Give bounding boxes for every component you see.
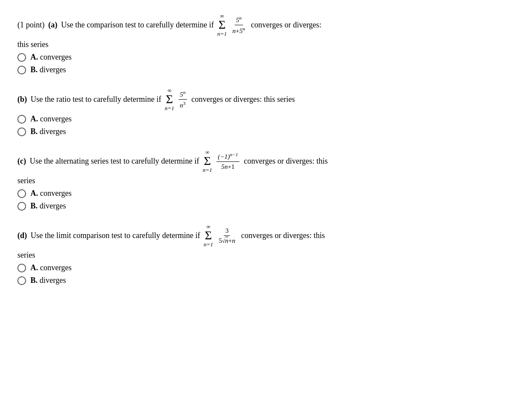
part-b-label: (b) <box>17 92 27 106</box>
part-d-fraction: 3 5√n+n <box>217 227 236 245</box>
part-d-radio-b[interactable] <box>17 276 26 285</box>
part-b-suffix: converges or diverges: this series <box>190 92 295 106</box>
part-a-label-b: B. diverges <box>30 65 66 74</box>
part-d-option-b[interactable]: B. diverges <box>17 276 515 285</box>
part-c-radio-b[interactable] <box>17 202 26 211</box>
part-d-radio-a[interactable] <box>17 264 26 272</box>
part-d-question: (d) Use the limit comparison test to car… <box>17 224 515 247</box>
part-b-option-a[interactable]: A. converges <box>17 114 515 124</box>
part-b-radio-a[interactable] <box>17 115 26 124</box>
part-a-desc: Use the comparison test to carefully det… <box>59 18 214 32</box>
part-b-option-b[interactable]: B. diverges <box>17 127 515 136</box>
part-c-question: (c) Use the alternating series test to c… <box>17 149 515 173</box>
part-c-desc: Use the alternating series test to caref… <box>28 154 199 168</box>
part-b-fraction: 5n n3 <box>179 90 187 109</box>
part-a-prefix: (1 point) <box>17 18 45 32</box>
part-a-label: (a) <box>47 18 58 32</box>
part-b-label-b: B. diverges <box>30 127 66 136</box>
part-d-option-a[interactable]: A. converges <box>17 263 515 272</box>
part-a-suffix: converges or diverges: <box>249 18 322 32</box>
part-a-fraction: 5n n+5n <box>231 15 246 35</box>
part-d-block: (d) Use the limit comparison test to car… <box>17 224 515 285</box>
part-a-option-b[interactable]: B. diverges <box>17 65 515 74</box>
part-a-radio-a[interactable] <box>17 53 26 62</box>
part-b-radio-b[interactable] <box>17 128 26 136</box>
part-c-option-a[interactable]: A. converges <box>17 189 515 198</box>
part-d-desc: Use the limit comparison test to careful… <box>29 228 200 242</box>
part-c-label-a: A. converges <box>30 189 72 198</box>
part-d-label: (d) <box>17 228 27 242</box>
part-c-fraction: (−1)n−1 5n+1 <box>216 152 239 171</box>
part-c-series-line: series <box>17 176 515 185</box>
part-c-sigma: ∞ Σ n=1 <box>203 149 212 173</box>
part-a-question: (1 point) (a) Use the comparison test to… <box>17 13 515 37</box>
part-b-sigma: ∞ Σ n=1 <box>165 87 174 111</box>
part-c-suffix: converges or diverges: this <box>242 154 328 168</box>
part-d-label-a: A. converges <box>30 263 72 272</box>
part-a-sigma: ∞ Σ n=1 <box>217 13 227 37</box>
part-c-option-b[interactable]: B. diverges <box>17 201 515 211</box>
part-a-radio-b[interactable] <box>17 66 26 74</box>
part-a-label-a: A. converges <box>30 53 72 62</box>
part-b-desc: Use the ratio test to carefully determin… <box>29 92 161 106</box>
part-a-block: (1 point) (a) Use the comparison test to… <box>17 13 515 74</box>
part-c-label-b: B. diverges <box>30 201 66 211</box>
part-c-label: (c) <box>17 154 26 168</box>
part-d-suffix: converges or diverges: this <box>239 228 325 242</box>
part-c-block: (c) Use the alternating series test to c… <box>17 149 515 211</box>
part-d-label-b: B. diverges <box>30 276 66 285</box>
part-b-question: (b) Use the ratio test to carefully dete… <box>17 87 515 111</box>
part-a-option-a[interactable]: A. converges <box>17 53 515 62</box>
part-d-series-line: series <box>17 251 515 260</box>
part-b-label-a: A. converges <box>30 114 72 124</box>
part-d-sigma: ∞ Σ n=1 <box>203 224 213 247</box>
part-b-block: (b) Use the ratio test to carefully dete… <box>17 87 515 136</box>
part-a-this-series: this series <box>17 40 515 49</box>
part-c-radio-a[interactable] <box>17 189 26 198</box>
